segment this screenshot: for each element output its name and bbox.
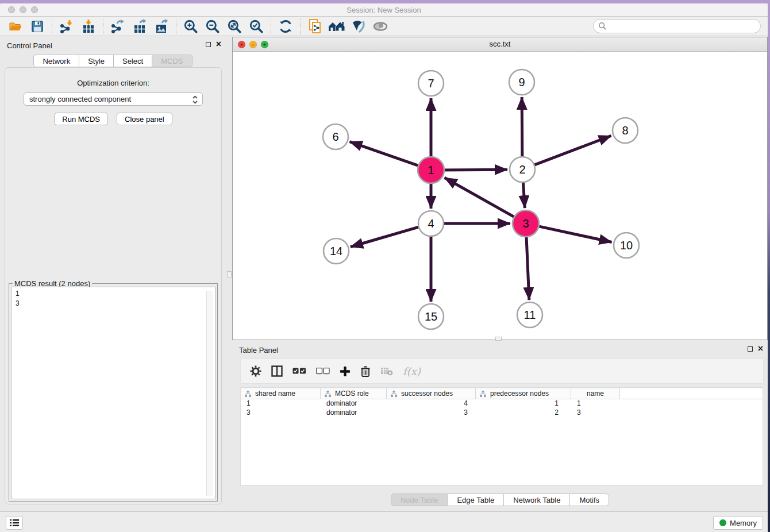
- graph-edge-2-9[interactable]: [522, 97, 522, 160]
- graph-node-4[interactable]: 4: [418, 211, 444, 236]
- result-scrollbar[interactable]: [206, 291, 213, 496]
- tab-edge-table[interactable]: Edge Table: [447, 494, 504, 506]
- graph-edge-2-3[interactable]: [523, 179, 525, 208]
- column-header-predecessor-nodes[interactable]: predecessor nodes: [476, 388, 571, 399]
- table-cell[interactable]: 1: [241, 399, 321, 408]
- graph-edge-1-2[interactable]: [441, 169, 507, 170]
- close-panel-button[interactable]: Close panel: [117, 113, 172, 125]
- refresh-button[interactable]: [275, 18, 297, 35]
- graph-node-7[interactable]: 7: [418, 71, 444, 96]
- graph-node-1[interactable]: 1: [418, 157, 444, 183]
- add-column-button[interactable]: [340, 366, 351, 377]
- table-cell[interactable]: 4: [387, 399, 476, 408]
- network-window-titlebar[interactable]: × − + scc.txt: [233, 37, 767, 52]
- graph-edge-1-6[interactable]: [350, 142, 422, 167]
- node-table: shared name MCDS role successor nodes pr…: [240, 387, 763, 485]
- export-image-button[interactable]: [151, 18, 172, 35]
- graph-node-2[interactable]: 2: [510, 157, 535, 182]
- graph-node-9[interactable]: 9: [509, 70, 534, 95]
- vertical-splitter-grip[interactable]: [227, 271, 232, 277]
- graph-node-6[interactable]: 6: [323, 124, 348, 149]
- mcds-panel: Optimization criterion: strongly connect…: [5, 67, 222, 504]
- checked-boxes-icon: [292, 368, 306, 375]
- open-session-button[interactable]: [5, 18, 26, 35]
- zoom-in-button[interactable]: [180, 18, 202, 35]
- table-cell[interactable]: 3: [387, 408, 476, 418]
- float-panel-icon[interactable]: [748, 346, 753, 352]
- show-columns-button[interactable]: [271, 365, 283, 377]
- graph-node-10[interactable]: 10: [614, 233, 639, 258]
- graph-edge-3-1[interactable]: [445, 178, 518, 218]
- tab-select[interactable]: Select: [113, 55, 152, 67]
- criterion-dropdown[interactable]: strongly connected component: [24, 92, 203, 106]
- memory-button[interactable]: Memory: [713, 516, 763, 530]
- table-row[interactable]: 3dominator323: [241, 408, 763, 418]
- home-icon: [328, 20, 345, 33]
- close-panel-icon[interactable]: ×: [758, 345, 763, 352]
- tab-mcds[interactable]: MCDS: [152, 55, 192, 67]
- toolbar-separator: [300, 19, 301, 34]
- tab-network-table[interactable]: Network Table: [503, 494, 570, 506]
- export-network-button[interactable]: [107, 18, 129, 35]
- import-network-button[interactable]: [56, 18, 78, 35]
- network-view-window: × − + scc.txt 7968124314101511: [232, 37, 768, 340]
- graph-edge-3-10[interactable]: [536, 226, 612, 242]
- table-cell[interactable]: 1: [476, 399, 571, 408]
- table-cell[interactable]: 1: [571, 399, 620, 408]
- run-mcds-button[interactable]: Run MCDS: [54, 113, 108, 125]
- hide-details-button[interactable]: [348, 18, 369, 35]
- import-table-icon: [81, 19, 96, 34]
- network-canvas[interactable]: 7968124314101511: [233, 52, 767, 340]
- column-header-shared-name[interactable]: shared name: [241, 388, 321, 399]
- graph-edge-2-8[interactable]: [531, 136, 611, 166]
- delete-table-button[interactable]: [380, 367, 393, 376]
- clone-network-button[interactable]: [304, 18, 326, 35]
- show-view-button[interactable]: [369, 18, 391, 35]
- tab-node-table[interactable]: Node Table: [391, 494, 448, 506]
- graph-node-15[interactable]: 15: [418, 304, 444, 329]
- select-all-columns-button[interactable]: [292, 368, 306, 375]
- table-cell[interactable]: 3: [241, 408, 321, 418]
- search-input[interactable]: [607, 21, 760, 32]
- network-graph-svg[interactable]: 7968124314101511: [233, 52, 767, 340]
- table-cell[interactable]: dominator: [321, 399, 387, 408]
- zoom-out-button[interactable]: [202, 18, 224, 35]
- graph-node-8[interactable]: 8: [613, 118, 638, 143]
- horizontal-splitter-grip[interactable]: [495, 337, 502, 341]
- global-search-field[interactable]: [593, 19, 761, 33]
- import-table-button[interactable]: [78, 18, 99, 35]
- column-header-name[interactable]: name: [571, 388, 620, 399]
- graph-node-14[interactable]: 14: [324, 238, 349, 264]
- tab-style[interactable]: Style: [79, 55, 114, 67]
- close-panel-icon[interactable]: ×: [216, 41, 221, 48]
- tab-network[interactable]: Network: [33, 55, 79, 67]
- table-cell[interactable]: dominator: [321, 408, 387, 418]
- zoom-selected-button[interactable]: [245, 18, 267, 35]
- zoom-fit-button[interactable]: [224, 18, 245, 35]
- graph-edge-4-14[interactable]: [351, 226, 422, 246]
- tab-motifs[interactable]: Motifs: [569, 494, 609, 506]
- column-header-mcds-role[interactable]: MCDS role: [321, 388, 387, 399]
- table-cell[interactable]: 3: [571, 408, 620, 418]
- search-icon: [598, 22, 607, 30]
- table-row[interactable]: 1dominator411: [241, 399, 763, 408]
- deselect-all-columns-button[interactable]: [316, 368, 330, 375]
- table-settings-button[interactable]: [250, 365, 261, 377]
- function-builder-button[interactable]: f(x): [403, 365, 421, 377]
- graph-node-3[interactable]: 3: [513, 210, 539, 237]
- mcds-result-item[interactable]: 1: [16, 289, 215, 299]
- export-table-button[interactable]: [129, 18, 151, 35]
- float-panel-icon[interactable]: [206, 42, 211, 47]
- mcds-result-item[interactable]: 3: [16, 299, 215, 309]
- table-cell[interactable]: 2: [476, 408, 571, 418]
- graph-edge-3-11[interactable]: [526, 233, 529, 300]
- delete-column-button[interactable]: [360, 365, 371, 377]
- table-panel-tabs: Node Table Edge Table Network Table Moti…: [232, 494, 768, 506]
- zoom-in-icon: [183, 19, 198, 34]
- save-session-button[interactable]: [26, 18, 48, 35]
- task-history-button[interactable]: [6, 516, 23, 530]
- graph-node-11[interactable]: 11: [517, 302, 542, 327]
- column-header-successor-nodes[interactable]: successor nodes: [387, 388, 476, 399]
- mcds-result-list[interactable]: 1 3: [11, 287, 215, 499]
- home-button[interactable]: [326, 18, 348, 35]
